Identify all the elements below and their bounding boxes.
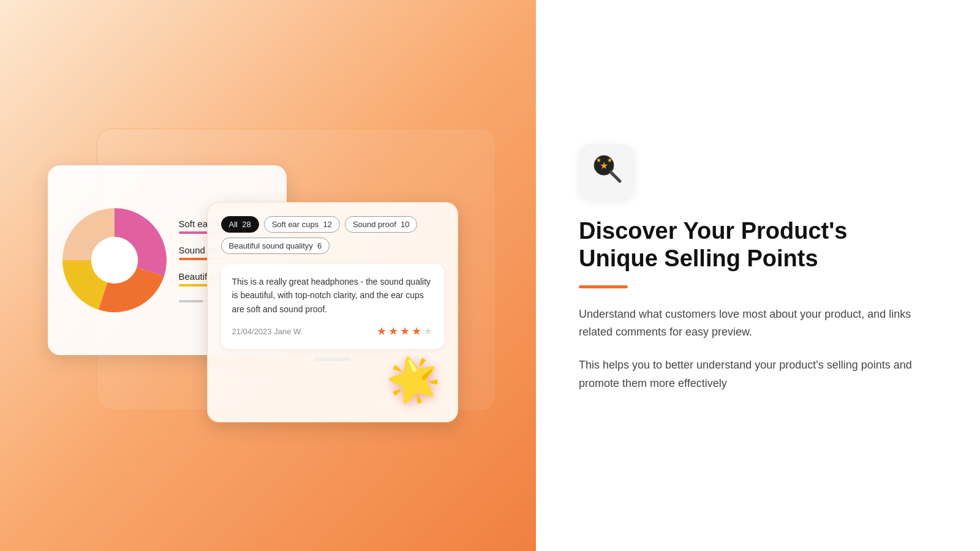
headline: Discover Your Product's Unique Selling P… bbox=[579, 217, 937, 273]
tag-soft-ear-cups[interactable]: Soft ear cups 12 bbox=[264, 216, 340, 233]
star-1: ★ bbox=[377, 324, 386, 338]
right-panel: ★ ★ ★ Discover Your Product's Unique Sel… bbox=[536, 0, 980, 551]
legend-bar-4 bbox=[179, 300, 203, 302]
review-text: This is a really great headphones - the … bbox=[232, 275, 433, 316]
svg-text:★: ★ bbox=[607, 157, 612, 163]
svg-text:★: ★ bbox=[596, 157, 601, 163]
app-icon: ★ ★ ★ bbox=[589, 151, 624, 192]
accent-line bbox=[579, 285, 628, 288]
tag-all[interactable]: All 28 bbox=[221, 216, 259, 233]
tags-row: All 28 Soft ear cups 12 Sound proof 10 B… bbox=[221, 216, 444, 254]
description-1: Understand what customers love most abou… bbox=[579, 305, 937, 342]
star-3: ★ bbox=[400, 324, 410, 338]
app-icon-container: ★ ★ ★ bbox=[579, 144, 634, 199]
star-4: ★ bbox=[412, 324, 421, 338]
tag-beautiful-sound[interactable]: Beautiful sound qualityy 6 bbox=[221, 238, 330, 254]
description-2: This helps you to better understand your… bbox=[579, 356, 937, 392]
stars: ★ ★ ★ ★ ★ bbox=[377, 324, 433, 338]
tag-sound-proof[interactable]: Sound proof 10 bbox=[345, 216, 418, 233]
star-2: ★ bbox=[388, 324, 398, 338]
review-card-inner: This is a really great headphones - the … bbox=[221, 264, 444, 349]
svg-line-2 bbox=[611, 172, 620, 181]
svg-point-0 bbox=[91, 237, 138, 284]
star-5: ★ bbox=[423, 324, 433, 338]
search-star-icon: ★ ★ ★ bbox=[589, 151, 624, 185]
review-date: 21/04/2023 Jane W. bbox=[232, 327, 303, 336]
left-panel: Soft ear cups Sound proof Beautiful soun… bbox=[0, 0, 536, 551]
review-meta: 21/04/2023 Jane W. ★ ★ ★ ★ ★ bbox=[232, 324, 433, 338]
pie-chart bbox=[62, 208, 167, 312]
scroll-stub bbox=[314, 358, 351, 361]
cards-container: Soft ear cups Sound proof Beautiful soun… bbox=[36, 129, 501, 422]
